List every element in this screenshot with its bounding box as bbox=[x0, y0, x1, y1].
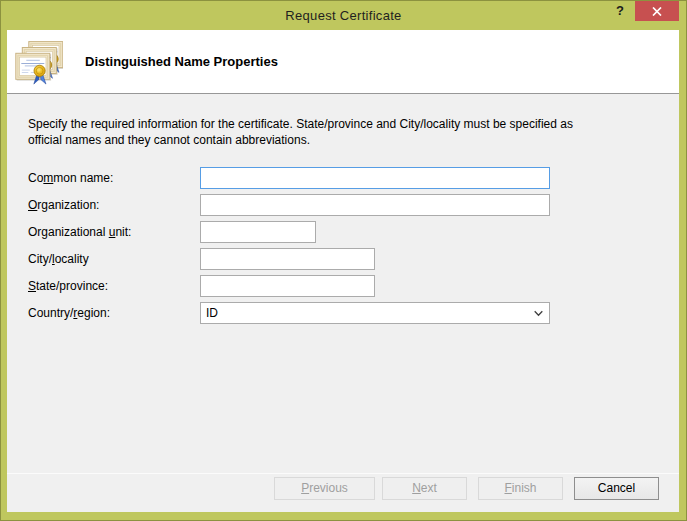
certificates-icon bbox=[15, 39, 63, 87]
state-province-input[interactable] bbox=[200, 275, 375, 297]
cancel-button[interactable]: Cancel bbox=[574, 477, 659, 500]
country-region-value: ID bbox=[206, 306, 218, 320]
page-title: Distinguished Name Properties bbox=[85, 30, 278, 93]
wizard-header: Distinguished Name Properties bbox=[7, 30, 679, 94]
window-title: Request Certificate bbox=[1, 1, 686, 30]
request-certificate-dialog: Request Certificate ? bbox=[0, 0, 687, 521]
organization-label: Organization: bbox=[28, 194, 99, 216]
intro-text: Specify the required information for the… bbox=[28, 116, 638, 148]
country-region-select[interactable]: ID bbox=[200, 302, 550, 324]
organization-input[interactable] bbox=[200, 194, 550, 216]
intro-line-1: Specify the required information for the… bbox=[28, 116, 638, 132]
country-region-label: Country/region: bbox=[28, 302, 110, 324]
state-province-label: State/province: bbox=[28, 275, 108, 297]
city-locality-label: City/locality bbox=[28, 248, 89, 270]
city-locality-input[interactable] bbox=[200, 248, 375, 270]
close-button[interactable] bbox=[635, 1, 679, 21]
chevron-down-icon bbox=[534, 310, 543, 317]
footer-separator bbox=[7, 473, 679, 474]
organizational-unit-label: Organizational unit: bbox=[28, 221, 131, 243]
common-name-label: Common name: bbox=[28, 167, 113, 189]
next-button[interactable]: Next bbox=[382, 477, 467, 500]
help-button[interactable]: ? bbox=[609, 1, 631, 21]
organizational-unit-input[interactable] bbox=[200, 221, 316, 243]
dialog-content: Distinguished Name Properties Specify th… bbox=[7, 30, 679, 512]
previous-button[interactable]: Previous bbox=[274, 477, 375, 500]
intro-line-2: official names and they cannot contain a… bbox=[28, 132, 638, 148]
help-icon: ? bbox=[616, 3, 624, 18]
common-name-input[interactable] bbox=[200, 167, 550, 189]
finish-button[interactable]: Finish bbox=[478, 477, 563, 500]
close-icon bbox=[652, 7, 662, 16]
titlebar[interactable]: Request Certificate bbox=[1, 1, 686, 30]
